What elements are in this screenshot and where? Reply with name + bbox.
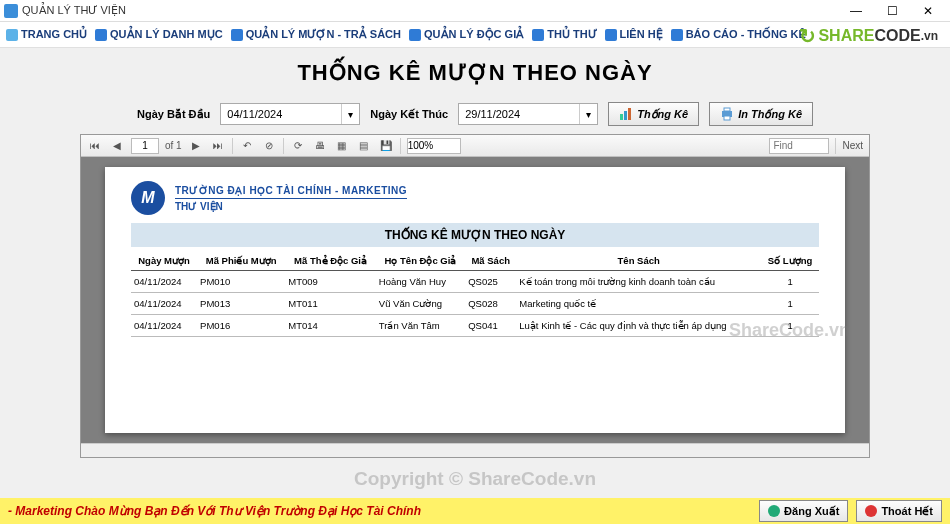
layout-icon[interactable]: ▦ — [334, 138, 350, 154]
org-dept: THƯ VIỆN — [175, 199, 407, 212]
col-date: Ngày Mượn — [131, 251, 197, 271]
cell-qty: 1 — [761, 315, 819, 337]
menu-report[interactable]: BÁO CÁO - THỐNG KÊ — [671, 28, 806, 41]
separator — [400, 138, 401, 154]
col-card: Mã Thẻ Độc Giả — [285, 251, 376, 271]
cell-card: MT014 — [285, 315, 376, 337]
table-row: 04/11/2024PM010MT009Hoàng Văn HuyQS025Kế… — [131, 271, 819, 293]
separator — [283, 138, 284, 154]
menu-category[interactable]: QUẢN LÝ DANH MỤC — [95, 28, 223, 41]
org-text: TRƯỜNG ĐẠI HỌC TÀI CHÍNH - MARKETING THƯ… — [175, 185, 407, 212]
col-reader: Họ Tên Độc Giả — [376, 251, 465, 271]
print-icon[interactable]: 🖶 — [312, 138, 328, 154]
page-of-label: of 1 — [165, 140, 182, 151]
org-logo: M — [131, 181, 165, 215]
svg-rect-5 — [724, 116, 730, 120]
logout-button[interactable]: Đăng Xuất — [759, 500, 848, 522]
zoom-input[interactable] — [407, 138, 461, 154]
end-date-picker[interactable]: ▾ — [458, 103, 598, 125]
next-page-icon[interactable]: ▶ — [188, 138, 204, 154]
svg-rect-1 — [624, 111, 627, 120]
find-input[interactable] — [769, 138, 829, 154]
brand-logo: ↻ SHARECODE.vn — [799, 24, 938, 48]
refresh-icon[interactable]: ⟳ — [290, 138, 306, 154]
svg-rect-2 — [628, 108, 631, 120]
title-bar: QUẢN LÝ THƯ VIỆN — ☐ ✕ — [0, 0, 950, 22]
minimize-button[interactable]: — — [838, 1, 874, 21]
menu-contact[interactable]: LIÊN HỆ — [605, 28, 663, 41]
cell-qty: 1 — [761, 271, 819, 293]
exit-button[interactable]: Thoát Hết — [856, 500, 942, 522]
table-header-row: Ngày Mượn Mã Phiếu Mượn Mã Thẻ Độc Giả H… — [131, 251, 819, 271]
print-button-label: In Thống Kê — [738, 108, 802, 121]
menu-label: TRANG CHỦ — [21, 28, 87, 41]
filter-bar: Ngày Bắt Đầu ▾ Ngày Kết Thúc ▾ Thống Kê … — [0, 94, 950, 134]
close-button[interactable]: ✕ — [910, 1, 946, 21]
logout-label: Đăng Xuất — [784, 505, 839, 518]
cell-qty: 1 — [761, 293, 819, 315]
print-button[interactable]: In Thống Kê — [709, 102, 813, 126]
separator — [232, 138, 233, 154]
exit-label: Thoát Hết — [881, 505, 933, 518]
export-icon[interactable]: 💾 — [378, 138, 394, 154]
report-table: Ngày Mượn Mã Phiếu Mượn Mã Thẻ Độc Giả H… — [131, 251, 819, 337]
brand-part2: CODE — [874, 27, 920, 45]
brand-part1: SHARE — [818, 27, 874, 45]
cell-book: QS041 — [465, 315, 516, 337]
maximize-button[interactable]: ☐ — [874, 1, 910, 21]
cell-book: QS028 — [465, 293, 516, 315]
stop-icon[interactable]: ⊘ — [261, 138, 277, 154]
org-name: TRƯỜNG ĐẠI HỌC TÀI CHÍNH - MARKETING — [175, 185, 407, 199]
square-icon — [409, 29, 421, 41]
last-page-icon[interactable]: ⏭ — [210, 138, 226, 154]
square-icon — [231, 29, 243, 41]
end-date-input[interactable] — [459, 104, 579, 124]
table-row: 04/11/2024PM016MT014Trần Văn TâmQS041Luậ… — [131, 315, 819, 337]
col-book: Mã Sách — [465, 251, 516, 271]
square-icon — [95, 29, 107, 41]
svg-rect-0 — [620, 114, 623, 120]
start-date-input[interactable] — [221, 104, 341, 124]
logout-icon — [768, 505, 780, 517]
page-setup-icon[interactable]: ▤ — [356, 138, 372, 154]
find-next-button[interactable]: Next — [842, 140, 863, 151]
report-title: THỐNG KÊ MƯỢN THEO NGÀY — [131, 223, 819, 247]
calendar-icon[interactable]: ▾ — [341, 104, 359, 124]
square-icon — [532, 29, 544, 41]
cell-title: Marketing quốc tế — [516, 293, 761, 315]
menu-librarian[interactable]: THỦ THƯ — [532, 28, 596, 41]
menu-label: QUẢN LÝ ĐỘC GIẢ — [424, 28, 524, 41]
prev-page-icon[interactable]: ◀ — [109, 138, 125, 154]
cell-title: Luật Kinh tế - Các quy định và thực tiễn… — [516, 315, 761, 337]
cell-date: 04/11/2024 — [131, 271, 197, 293]
col-qty: Số Lượng — [761, 251, 819, 271]
menu-reader[interactable]: QUẢN LÝ ĐỘC GIẢ — [409, 28, 524, 41]
report-viewer: ⏮ ◀ of 1 ▶ ⏭ ↶ ⊘ ⟳ 🖶 ▦ ▤ 💾 Next M TRƯỜNG… — [80, 134, 870, 458]
col-title: Tên Sách — [516, 251, 761, 271]
printer-icon — [720, 107, 734, 121]
first-page-icon[interactable]: ⏮ — [87, 138, 103, 154]
back-icon[interactable]: ↶ — [239, 138, 255, 154]
cell-date: 04/11/2024 — [131, 293, 197, 315]
report-canvas[interactable]: M TRƯỜNG ĐẠI HỌC TÀI CHÍNH - MARKETING T… — [81, 157, 869, 443]
stats-button[interactable]: Thống Kê — [608, 102, 699, 126]
cell-reader: Vũ Văn Cường — [376, 293, 465, 315]
menu-home[interactable]: TRANG CHỦ — [6, 28, 87, 41]
menu-label: BÁO CÁO - THỐNG KÊ — [686, 28, 806, 41]
menu-label: QUẢN LÝ DANH MỤC — [110, 28, 223, 41]
calendar-icon[interactable]: ▾ — [579, 104, 597, 124]
power-icon — [865, 505, 877, 517]
horizontal-scrollbar[interactable] — [81, 443, 869, 457]
app-icon — [4, 4, 18, 18]
cell-reader: Hoàng Văn Huy — [376, 271, 465, 293]
cell-reader: Trần Văn Tâm — [376, 315, 465, 337]
menu-borrow[interactable]: QUẢN LÝ MƯỢN - TRẢ SÁCH — [231, 28, 401, 41]
square-icon — [605, 29, 617, 41]
start-date-picker[interactable]: ▾ — [220, 103, 360, 125]
cell-card: MT011 — [285, 293, 376, 315]
report-page: M TRƯỜNG ĐẠI HỌC TÀI CHÍNH - MARKETING T… — [105, 167, 845, 433]
report-toolbar: ⏮ ◀ of 1 ▶ ⏭ ↶ ⊘ ⟳ 🖶 ▦ ▤ 💾 Next — [81, 135, 869, 157]
cell-date: 04/11/2024 — [131, 315, 197, 337]
cell-card: MT009 — [285, 271, 376, 293]
page-number-input[interactable] — [131, 138, 159, 154]
